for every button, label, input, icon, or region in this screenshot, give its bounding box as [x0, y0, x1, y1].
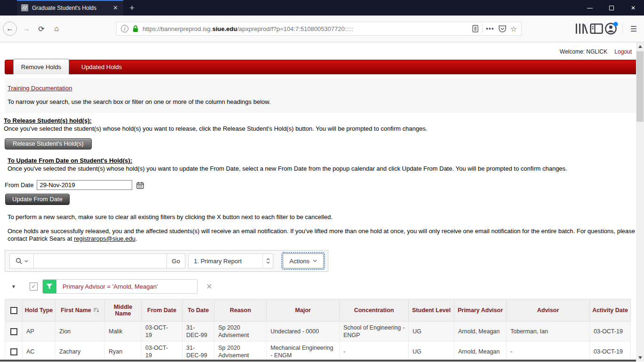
window-maximize-button[interactable]: [601, 0, 622, 16]
scrollbar-thumb[interactable]: [636, 51, 644, 122]
table-cell: 31-DEC-99: [183, 322, 215, 342]
browser-titlebar: Graduate Student's Holds ✕ + — ✕: [0, 0, 644, 16]
table-cell: Arnold, Meagan: [454, 322, 507, 342]
report-select-value: 1. Primary Report: [194, 258, 242, 265]
info-box: Training Documentation To narrow your se…: [5, 78, 639, 113]
site-info-icon[interactable]: i: [121, 25, 128, 32]
browser-toolbar: ← → ⟳ ⌂ i https://bannerpreprod.isg.siue…: [0, 16, 644, 42]
search-column-dropdown[interactable]: [9, 253, 34, 268]
report-select[interactable]: 1. Primary Report: [188, 253, 273, 268]
bookmark-star-icon[interactable]: ☆: [510, 24, 517, 33]
session-bar: Welcome: NGLICK Logout: [0, 42, 644, 55]
reload-button[interactable]: ⟳: [34, 21, 49, 36]
welcome-text: Welcome: NGLICK: [560, 48, 607, 55]
update-section: To Update From Date on Student's Hold(s)…: [8, 157, 644, 173]
release-instructions: Once you've selected the student(s) whos…: [4, 125, 644, 133]
col-concentration[interactable]: Concentration: [340, 299, 409, 322]
actions-button[interactable]: Actions: [283, 253, 324, 268]
table-cell: Zachary: [56, 342, 105, 362]
report-search-toolbar: Go 1. Primary Report Actions: [5, 250, 328, 272]
reader-mode-icon[interactable]: [472, 25, 479, 32]
forward-button[interactable]: →: [19, 21, 34, 36]
tab-close-icon[interactable]: ✕: [112, 4, 119, 11]
col-activity-date[interactable]: Activity Date: [590, 299, 631, 322]
table-cell: School of Engineering - ENGP: [340, 322, 409, 342]
app-tab-bar: Remove Holds Updated Holds: [5, 60, 639, 74]
lock-icon: [132, 25, 139, 32]
col-hold-type[interactable]: Hold Type: [23, 299, 56, 322]
col-first-name[interactable]: First Name: [56, 299, 105, 322]
table-cell: 03-OCT-19: [142, 322, 183, 342]
pocket-icon[interactable]: [498, 24, 507, 33]
filter-expand-triangle-icon[interactable]: ▼: [11, 284, 16, 289]
table-cell: AC: [23, 342, 56, 362]
filter-enabled-checkbox[interactable]: [30, 283, 38, 291]
col-middle-name[interactable]: Middle Name: [105, 299, 142, 322]
table-cell: 03-OCT-19: [590, 322, 631, 342]
sidebar-toggle-icon[interactable]: [589, 21, 604, 36]
select-all-header-cell: [5, 299, 23, 322]
back-button[interactable]: ←: [3, 22, 17, 36]
calendar-icon: [136, 181, 144, 189]
url-text: https://bannerpreprod.isg.siue.edu/apxpr…: [143, 25, 353, 32]
select-all-checkbox[interactable]: [10, 307, 17, 314]
training-documentation-link[interactable]: Training Documentation: [8, 85, 72, 92]
window-close-button[interactable]: ✕: [622, 0, 644, 16]
release-holds-button[interactable]: Release Student's Hold(s): [5, 138, 92, 150]
notification-dot: [613, 22, 618, 27]
browser-tab[interactable]: Graduate Student's Holds ✕: [17, 0, 123, 16]
table-cell: 03-OCT-19: [142, 342, 183, 362]
row-checkbox[interactable]: [10, 328, 17, 335]
table-cell: Undeclared - 0000: [267, 322, 340, 342]
tab-title: Graduate Student's Holds: [32, 5, 108, 11]
chevron-down-icon: [24, 260, 28, 262]
clear-filters-note: To perform a new search, make sure to cl…: [8, 213, 644, 221]
col-reason[interactable]: Reason: [215, 299, 267, 322]
col-to-date[interactable]: To Date: [183, 299, 215, 322]
page-actions-icon[interactable]: •••: [486, 25, 494, 32]
table-cell: UG: [409, 342, 454, 362]
logout-link[interactable]: Logout: [614, 48, 632, 55]
col-student-level[interactable]: Student Level: [409, 299, 454, 322]
registrarops-email-link[interactable]: registrarops@siue.edu: [74, 235, 135, 242]
col-major[interactable]: Major: [267, 299, 340, 322]
filter-remove-icon[interactable]: ✕: [206, 282, 212, 291]
scroll-down-arrow-icon[interactable]: [636, 354, 644, 362]
table-cell: 31-DEC-99: [183, 342, 215, 362]
window-minimize-button[interactable]: —: [579, 0, 601, 16]
home-button[interactable]: ⌂: [49, 21, 64, 36]
go-button[interactable]: Go: [167, 253, 185, 268]
filter-funnel-button[interactable]: [43, 279, 56, 294]
scroll-up-arrow-icon[interactable]: [636, 42, 644, 50]
table-cell: Toberman, Ian: [507, 322, 590, 342]
release-heading: To Release Student(s) hold(s):: [4, 117, 644, 124]
col-from-date[interactable]: From Date: [142, 299, 183, 322]
release-section: To Release Student(s) hold(s): Once you'…: [4, 117, 644, 150]
calendar-picker-button[interactable]: [136, 181, 144, 189]
update-from-date-button[interactable]: Update From Date: [5, 194, 70, 205]
report-select-spinner[interactable]: [262, 254, 273, 268]
filter-label: Primary Advisor = 'Arnold, Meagan': [56, 283, 158, 290]
page-scrollbar[interactable]: [636, 42, 644, 362]
filter-chip[interactable]: Primary Advisor = 'Arnold, Meagan': [42, 279, 198, 294]
row-checkbox-cell: [5, 342, 23, 362]
table-cell: Mechanical Engineering - ENGM: [267, 342, 340, 362]
tab-remove-holds[interactable]: Remove Holds: [13, 59, 69, 74]
url-bar[interactable]: i https://bannerpreprod.isg.siue.edu/apx…: [116, 22, 522, 36]
col-advisor[interactable]: Advisor: [507, 299, 590, 322]
row-checkbox[interactable]: [10, 348, 17, 355]
tab-updated-holds[interactable]: Updated Holds: [76, 60, 127, 74]
table-cell: UG: [409, 322, 454, 342]
from-date-input[interactable]: [37, 180, 132, 190]
new-tab-button[interactable]: +: [123, 0, 141, 16]
browser-window: Graduate Student's Holds ✕ + — ✕ ← → ⟳ ⌂…: [0, 0, 644, 362]
col-primary-advisor[interactable]: Primary Advisor: [454, 299, 507, 322]
library-icon[interactable]: [574, 21, 589, 36]
row-checkbox-cell: [5, 322, 23, 342]
holds-table-body: APZionMalik03-OCT-1931-DEC-99Sp 2020 Adv…: [5, 322, 631, 362]
holds-table: Hold Type First Name Middle Name From Da…: [5, 299, 631, 362]
report-search-input[interactable]: [34, 253, 167, 268]
search-icon: [16, 258, 23, 265]
menu-hamburger-icon[interactable]: ☰: [626, 21, 641, 36]
account-icon[interactable]: [604, 21, 619, 36]
